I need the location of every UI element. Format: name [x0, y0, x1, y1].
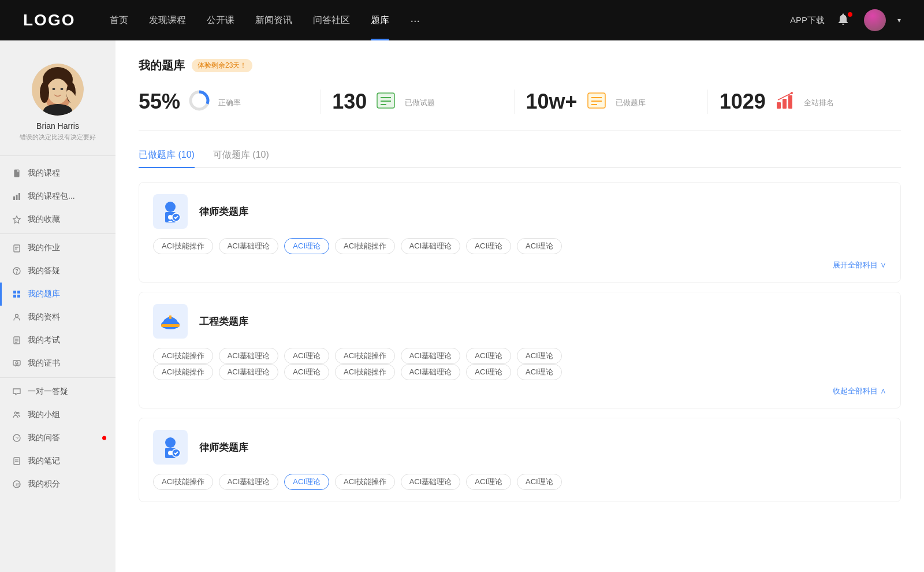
sidebar-item-my-cert[interactable]: 我的证书: [0, 352, 116, 375]
bank-section-1-footer[interactable]: 收起全部科目 ∧: [153, 386, 886, 396]
bank-tag-1-4[interactable]: ACI基础理论: [401, 348, 461, 364]
sidebar-item-my-questions[interactable]: ? 我的问答: [0, 426, 116, 450]
sidebar-item-my-packages[interactable]: 我的课程包...: [0, 185, 116, 208]
note-icon: [12, 456, 22, 466]
sidebar-item-my-group[interactable]: 我的小组: [0, 403, 116, 426]
nav-home[interactable]: 首页: [110, 14, 128, 27]
sidebar-item-my-favorites[interactable]: 我的收藏: [0, 208, 116, 231]
sidebar-label-my-points: 我的积分: [28, 479, 60, 489]
person-icon: [12, 312, 22, 322]
bank-tag-2-1[interactable]: ACI基础理论: [219, 474, 279, 490]
bank-section-0-icon: [153, 194, 188, 229]
profile-avatar[interactable]: [32, 64, 84, 116]
bank-section-1-tags-row2: ACI技能操作 ACI基础理论 ACI理论 ACI技能操作 ACI基础理论 AC…: [153, 364, 886, 380]
certificate-icon: [12, 358, 22, 369]
nav-discover[interactable]: 发现课程: [149, 14, 186, 27]
svg-point-4: [40, 82, 49, 103]
svg-text:积: 积: [16, 482, 20, 488]
bank-tag-0-2[interactable]: ACI理论: [284, 238, 329, 254]
bank-tag-0-4[interactable]: ACI基础理论: [401, 238, 461, 254]
profile-name: Brian Harris: [36, 121, 79, 131]
bank-tag-1-r2-2[interactable]: ACI理论: [284, 364, 329, 380]
bank-section-2-icon: [153, 430, 188, 465]
sidebar-item-my-points[interactable]: 积 我的积分: [0, 473, 116, 496]
bank-section-2-header: 律师类题库: [153, 430, 886, 465]
tab-done-banks[interactable]: 已做题库 (10): [139, 149, 195, 167]
stat-done-questions-value-wrap: 130: [332, 90, 367, 114]
bank-tag-1-r2-1[interactable]: ACI基础理论: [219, 364, 279, 380]
bank-tag-0-5[interactable]: ACI理论: [466, 238, 511, 254]
bank-tag-1-r2-0[interactable]: ACI技能操作: [153, 364, 213, 380]
sidebar-item-my-courses[interactable]: 我的课程: [0, 162, 116, 185]
tab-available-banks[interactable]: 可做题库 (10): [213, 149, 269, 167]
sidebar-item-one-on-one[interactable]: 一对一答疑: [0, 380, 116, 403]
bank-tag-1-r2-4[interactable]: ACI基础理论: [401, 364, 461, 380]
bank-tag-1-3[interactable]: ACI技能操作: [335, 348, 395, 364]
nav-opencourse[interactable]: 公开课: [207, 14, 234, 27]
nav-qa[interactable]: 问答社区: [313, 14, 350, 27]
sidebar-item-my-bank[interactable]: 我的题库: [0, 283, 116, 306]
bank-tag-0-1[interactable]: ACI基础理论: [219, 238, 279, 254]
bank-tag-1-5[interactable]: ACI理论: [466, 348, 511, 364]
bank-tag-0-0[interactable]: ACI技能操作: [153, 238, 213, 254]
bank-tag-1-0[interactable]: ACI技能操作: [153, 348, 213, 364]
sidebar-item-my-exam[interactable]: 我的考试: [0, 329, 116, 352]
bank-tag-1-r2-5[interactable]: ACI理论: [466, 364, 511, 380]
stats-row: 55% 正确率 130: [139, 90, 901, 131]
bank-section-1-title: 工程类题库: [199, 315, 248, 328]
user-avatar[interactable]: [864, 9, 886, 31]
bank-tag-2-5[interactable]: ACI理论: [466, 474, 511, 490]
nav-news[interactable]: 新闻资讯: [255, 14, 292, 27]
svg-point-59: [791, 92, 793, 94]
bank-tag-0-3[interactable]: ACI技能操作: [335, 238, 395, 254]
bank-tag-0-6[interactable]: ACI理论: [517, 238, 562, 254]
bank-tag-1-2[interactable]: ACI理论: [284, 348, 329, 364]
user-menu-chevron[interactable]: ▾: [897, 16, 901, 24]
sidebar-item-my-homework[interactable]: 我的作业: [0, 236, 116, 259]
bank-tag-1-r2-3[interactable]: ACI技能操作: [335, 364, 395, 380]
sidebar-menu: 我的课程 我的课程包... 我的收藏 我的作业: [0, 156, 116, 502]
bank-section-0: 律师类题库 ACI技能操作 ACI基础理论 ACI理论 ACI技能操作 ACI基…: [139, 182, 901, 283]
stat-done-banks-value: 10w+: [526, 90, 578, 113]
svg-rect-65: [161, 324, 180, 327]
bank-tag-2-4[interactable]: ACI基础理论: [401, 474, 461, 490]
bank-tag-1-1[interactable]: ACI基础理论: [219, 348, 279, 364]
bank-tag-2-2[interactable]: ACI理论: [284, 474, 329, 490]
sidebar-label-my-homework: 我的作业: [28, 243, 60, 253]
stat-accuracy-icon: [188, 90, 210, 114]
chat-icon: [12, 387, 22, 397]
sidebar-divider-1: [0, 233, 116, 234]
coin-icon: 积: [12, 479, 22, 489]
stat-done-banks-icon: [586, 90, 608, 114]
topnav-right: APP下载 ▾: [790, 9, 901, 31]
nav-more[interactable]: ···: [410, 14, 420, 27]
sidebar-label-my-bank: 我的题库: [28, 289, 60, 299]
svg-rect-22: [13, 291, 16, 294]
bank-tag-2-0[interactable]: ACI技能操作: [153, 474, 213, 490]
question-icon: [12, 266, 22, 276]
bank-tag-2-3[interactable]: ACI技能操作: [335, 474, 395, 490]
bank-tag-2-6[interactable]: ACI理论: [517, 474, 562, 490]
trial-badge: 体验剩余23天！: [192, 59, 252, 72]
svg-point-32: [16, 362, 18, 364]
bank-section-0-footer[interactable]: 展开全部科目 ∨: [153, 260, 886, 270]
stat-done-banks: 10w+ 已做题库: [515, 90, 708, 114]
app-download-link[interactable]: APP下载: [790, 15, 825, 26]
bank-section-1: 工程类题库 ACI技能操作 ACI基础理论 ACI理论 ACI技能操作 ACI基…: [139, 292, 901, 408]
sidebar-item-my-profile[interactable]: 我的资料: [0, 306, 116, 329]
sidebar-label-my-group: 我的小组: [28, 410, 60, 420]
sidebar-item-my-qa[interactable]: 我的答疑: [0, 259, 116, 283]
svg-rect-24: [13, 295, 16, 298]
svg-point-3: [47, 79, 68, 104]
bank-tag-1-6[interactable]: ACI理论: [517, 348, 562, 364]
grid-icon: [12, 289, 22, 299]
stat-done-questions-icon: [375, 90, 397, 114]
stat-done-questions-label: 已做试题: [405, 98, 435, 108]
sidebar-label-my-packages: 我的课程包...: [28, 191, 75, 202]
stat-done-banks-info: 已做题库: [616, 95, 646, 108]
sidebar-item-my-notes[interactable]: 我的笔记: [0, 450, 116, 473]
bank-tag-1-r2-6[interactable]: ACI理论: [517, 364, 562, 380]
svg-rect-25: [17, 295, 20, 298]
notification-bell[interactable]: [836, 12, 852, 28]
nav-bank[interactable]: 题库: [371, 14, 389, 27]
